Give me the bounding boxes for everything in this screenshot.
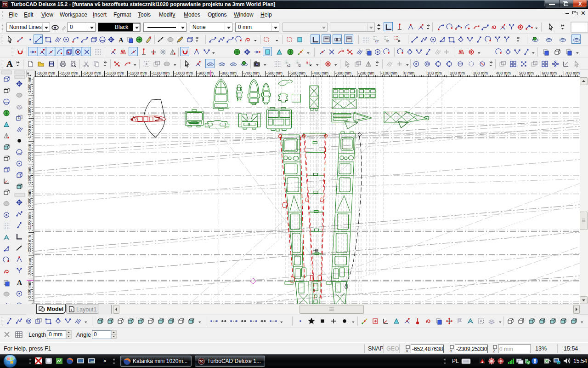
- svg-text:-200 mm: -200 mm: [358, 71, 375, 75]
- svg-text:200 mm: 200 mm: [450, 71, 465, 75]
- svg-text:1: 1: [70, 308, 73, 312]
- svg-text:0 mm: 0 mm: [404, 71, 415, 75]
- svg-text:-300 mm: -300 mm: [335, 71, 352, 75]
- svg-text:-1000 mm: -1000 mm: [175, 71, 193, 75]
- svg-text:-1100 mm: -1100 mm: [152, 71, 170, 75]
- svg-text:-2100 mm: -2100 mm: [28, 212, 32, 231]
- svg-text:-400 mm: -400 mm: [312, 71, 329, 75]
- svg-text:700 mm: 700 mm: [565, 71, 580, 75]
- svg-text:-1300 mm: -1300 mm: [106, 71, 124, 75]
- svg-text:300 mm: 300 mm: [473, 71, 488, 75]
- svg-text:A: A: [17, 279, 22, 286]
- svg-text:PDF: PDF: [36, 358, 41, 361]
- svg-text:-2400 mm: -2400 mm: [28, 281, 32, 299]
- svg-text:100 mm: 100 mm: [427, 71, 442, 75]
- svg-text:-1500 mm: -1500 mm: [60, 71, 79, 75]
- svg-text:X: X: [406, 349, 408, 353]
- svg-text:-1500 mm: -1500 mm: [28, 77, 32, 94]
- svg-text:-1800 mm: -1800 mm: [28, 144, 32, 163]
- svg-text:/2: /2: [386, 39, 389, 43]
- svg-text:-1400 mm: -1400 mm: [83, 71, 102, 75]
- svg-text:-600 mm: -600 mm: [266, 71, 283, 75]
- svg-text:A: A: [6, 59, 13, 69]
- svg-text:-1200 mm: -1200 mm: [129, 71, 147, 75]
- svg-text:-2200 mm: -2200 mm: [28, 235, 32, 254]
- svg-text:-700 mm: -700 mm: [243, 71, 260, 75]
- svg-text:-1600 mm: -1600 mm: [37, 71, 56, 75]
- svg-text:x2: x2: [287, 63, 291, 68]
- svg-text:-800 mm: -800 mm: [220, 71, 237, 75]
- svg-text:500 mm: 500 mm: [519, 71, 534, 75]
- svg-text:/2: /2: [298, 63, 301, 68]
- svg-text:-1700 mm: -1700 mm: [28, 121, 32, 140]
- svg-text:-2000 mm: -2000 mm: [28, 190, 32, 208]
- svg-text:600 mm: 600 mm: [542, 71, 557, 75]
- svg-text:A: A: [119, 36, 124, 44]
- svg-text:x2: x2: [375, 39, 379, 43]
- svg-text:-2300 mm: -2300 mm: [28, 258, 32, 276]
- svg-text:-1600 mm: -1600 mm: [28, 98, 32, 117]
- svg-text:-100 mm: -100 mm: [381, 71, 398, 75]
- svg-text:Y: Y: [450, 349, 452, 353]
- svg-text:Z: Z: [493, 349, 496, 353]
- svg-text:400 mm: 400 mm: [496, 71, 511, 75]
- svg-text:-500 mm: -500 mm: [289, 71, 306, 75]
- svg-text:-1900 mm: -1900 mm: [28, 167, 32, 185]
